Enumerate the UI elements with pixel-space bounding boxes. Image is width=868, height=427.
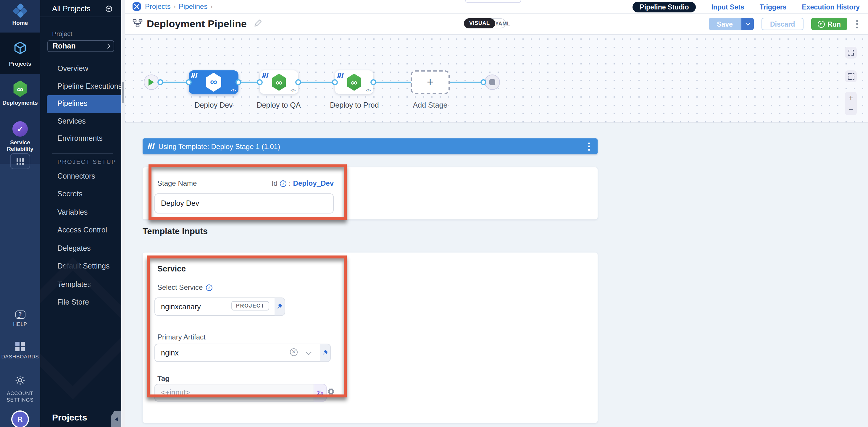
tab-execution-history[interactable]: Execution History [802, 4, 860, 11]
scrollbar-thumb[interactable] [122, 81, 124, 103]
deploy-stage-icon: ∞ [271, 74, 287, 91]
sidebar-item-overview[interactable]: Overview [40, 60, 121, 78]
sidebar-item-access-control[interactable]: Access Control [40, 221, 121, 239]
visual-yaml-toggle[interactable]: VISUAL YAML [464, 18, 506, 28]
stage-id-value[interactable]: Deploy_Dev [293, 179, 334, 188]
zoom-in-button[interactable]: + [848, 95, 853, 101]
fullscreen-button[interactable] [845, 47, 857, 59]
stage-node-deploy-dev[interactable]: ∞ </> [189, 70, 239, 94]
all-projects-link[interactable]: All Projects [52, 4, 91, 13]
module-grid-button[interactable] [10, 153, 30, 169]
gear-icon [326, 387, 336, 397]
sidebar-item-variables[interactable]: Variables [40, 203, 121, 221]
stage-name-input[interactable] [154, 193, 334, 214]
breadcrumb-pipelines[interactable]: Pipelines [179, 2, 207, 11]
add-stage-button[interactable]: + [411, 70, 450, 94]
grid-icon [17, 158, 24, 165]
edit-pencil-icon[interactable] [254, 19, 262, 30]
all-projects-cube-icon[interactable] [105, 4, 113, 13]
page-title: Deployment Pipeline [147, 18, 247, 30]
sidebar-item-pipeline-executions[interactable]: Pipeline Executions [40, 78, 121, 95]
expression-input-button[interactable]: Σx [314, 384, 327, 401]
project-logo-icon [132, 2, 141, 11]
node-port[interactable] [257, 79, 263, 85]
rail-item-help[interactable]: ? HELP [0, 310, 40, 328]
stage-name-label: Stage Name [157, 179, 197, 188]
node-port[interactable] [157, 79, 163, 85]
toggle-yaml[interactable]: YAML [495, 21, 510, 26]
tag-field: Σx [154, 384, 327, 401]
rail-item-deployments[interactable]: ∞ Deployments [0, 74, 40, 117]
add-stage-label: Add Stage [398, 101, 463, 109]
service-card: Service Select Service i PROJECT [143, 253, 598, 423]
stage-label-deploy-to-prod: Deploy to Prod [322, 101, 387, 109]
pin-service-button[interactable] [275, 297, 285, 316]
discard-button[interactable]: Discard [762, 18, 803, 30]
node-port[interactable] [236, 79, 241, 85]
node-port[interactable] [332, 79, 338, 85]
save-dropdown-button[interactable] [742, 18, 754, 30]
node-port[interactable] [370, 79, 376, 85]
stage-node-deploy-to-qa[interactable]: ∞ </> [260, 70, 298, 94]
rail-item-home[interactable]: Home [0, 0, 40, 33]
studio-tabs: Pipeline Studio Input Sets Triggers Exec… [632, 2, 860, 12]
zoom-out-button[interactable]: − [848, 106, 853, 112]
collapse-arrow-icon [112, 417, 118, 421]
tab-input-sets[interactable]: Input Sets [711, 4, 744, 11]
marquee-select-button[interactable] [845, 70, 857, 82]
run-button[interactable]: Run [811, 18, 847, 30]
sidebar-footer-title: Projects [52, 412, 87, 422]
start-play-icon [149, 79, 157, 86]
user-avatar[interactable]: R [11, 410, 29, 427]
tag-settings-gear-button[interactable] [326, 387, 336, 399]
node-port[interactable] [186, 79, 192, 85]
select-service-label-row: Select Service i [157, 283, 212, 292]
marquee-icon [847, 73, 854, 79]
node-port[interactable] [295, 79, 301, 85]
rail-item-projects[interactable]: Projects [0, 33, 40, 74]
tag-input[interactable] [154, 384, 314, 401]
sidebar-item-secrets[interactable]: Secrets [40, 185, 121, 203]
pipeline-canvas[interactable]: ∞ </> ∞ </> ∞ </> + [121, 35, 868, 123]
start-node[interactable] [144, 74, 159, 90]
select-service-field: PROJECT [154, 297, 285, 316]
project-sidebar: All Projects Project Rohan Overview Pipe… [40, 0, 121, 427]
rail-item-account-settings[interactable]: ACCOUNT SETTINGS [0, 375, 40, 403]
sidebar-item-delegates[interactable]: Delegates [40, 239, 121, 257]
tab-triggers[interactable]: Triggers [760, 4, 787, 11]
info-icon[interactable]: i [206, 284, 212, 291]
sidebar-collapse-handle[interactable] [111, 411, 121, 427]
breadcrumb-projects[interactable]: Projects [145, 2, 171, 11]
projects-cube-icon [12, 40, 28, 58]
tab-pipeline-studio[interactable]: Pipeline Studio [632, 2, 696, 12]
sidebar-item-services[interactable]: Services [40, 113, 121, 130]
sidebar-item-environments[interactable]: Environments [40, 130, 121, 147]
toggle-visual[interactable]: VISUAL [464, 18, 495, 28]
rail-item-label: Projects [9, 60, 31, 67]
stage-node-deploy-to-prod[interactable]: ∞ </> [335, 70, 373, 94]
deploy-stage-icon: ∞ [205, 73, 222, 92]
template-menu-kebab[interactable] [586, 140, 592, 152]
end-node[interactable] [485, 74, 500, 90]
code-badge-icon: </> [231, 88, 236, 92]
breadcrumb: Projects › Pipelines › [132, 2, 216, 11]
plus-icon: + [427, 76, 433, 89]
rail-item-dashboards[interactable]: DASHBOARDS [0, 342, 40, 360]
sidebar-item-connectors[interactable]: Connectors [40, 167, 121, 185]
save-button[interactable]: Save [709, 18, 742, 30]
breadcrumb-bar: Projects › Pipelines › Pipeline Studio I… [121, 0, 868, 13]
pipeline-menu-kebab[interactable] [855, 18, 860, 30]
primary-artifact-label-row: Primary Artifact [157, 333, 206, 341]
clear-icon[interactable]: ✕ [290, 348, 298, 356]
stop-square-icon [489, 79, 495, 85]
info-icon[interactable]: i [280, 180, 286, 187]
project-selector[interactable]: Rohan [47, 40, 114, 52]
sidebar-scrollbar[interactable] [121, 0, 125, 427]
sidebar-item-pipelines[interactable]: Pipelines [47, 95, 121, 113]
project-setup-label: PROJECT SETUP [40, 158, 121, 165]
template-banner[interactable]: Using Template: Deploy Stage 1 (1.01) [143, 138, 598, 154]
gear-icon [15, 375, 26, 388]
node-port[interactable] [480, 79, 486, 85]
pin-artifact-button[interactable] [320, 343, 331, 362]
rail-item-label: Service Reliability [0, 139, 40, 152]
